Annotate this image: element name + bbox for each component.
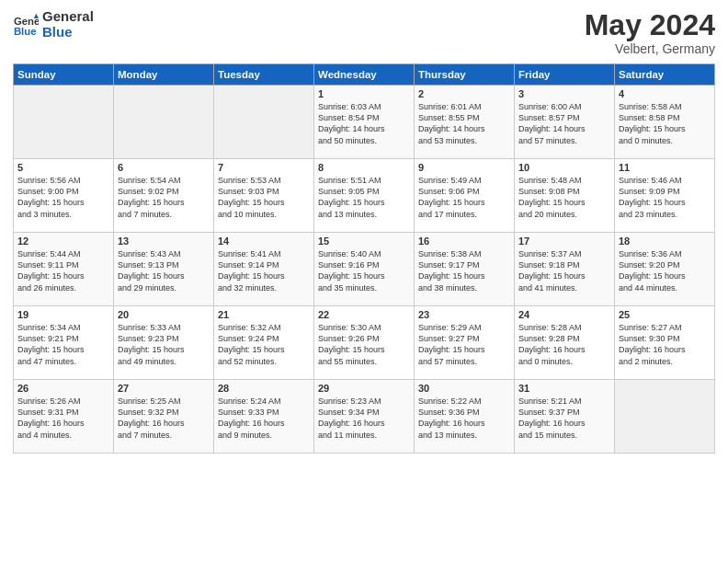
calendar-table: SundayMondayTuesdayWednesdayThursdayFrid… bbox=[13, 63, 715, 454]
calendar-cell: 15Sunrise: 5:40 AMSunset: 9:16 PMDayligh… bbox=[314, 233, 415, 306]
day-number: 21 bbox=[218, 309, 310, 320]
calendar-cell bbox=[214, 86, 314, 159]
day-number: 29 bbox=[318, 383, 410, 394]
day-info: Sunrise: 5:22 AMSunset: 9:36 PMDaylight:… bbox=[418, 396, 510, 441]
title-block: May 2024 Velbert, Germany bbox=[585, 9, 715, 56]
day-info: Sunrise: 5:51 AMSunset: 9:05 PMDaylight:… bbox=[318, 175, 410, 220]
day-number: 8 bbox=[318, 162, 410, 173]
location: Velbert, Germany bbox=[585, 41, 715, 56]
calendar-cell: 10Sunrise: 5:48 AMSunset: 9:08 PMDayligh… bbox=[515, 159, 615, 233]
calendar-cell: 25Sunrise: 5:27 AMSunset: 9:30 PMDayligh… bbox=[615, 306, 715, 380]
calendar-week-4: 19Sunrise: 5:34 AMSunset: 9:21 PMDayligh… bbox=[14, 306, 715, 380]
day-info: Sunrise: 5:49 AMSunset: 9:06 PMDaylight:… bbox=[418, 175, 510, 220]
day-info: Sunrise: 5:58 AMSunset: 8:58 PMDaylight:… bbox=[619, 101, 711, 146]
calendar-cell: 31Sunrise: 5:21 AMSunset: 9:37 PMDayligh… bbox=[515, 380, 615, 454]
day-number: 5 bbox=[17, 162, 109, 173]
calendar-cell: 3Sunrise: 6:00 AMSunset: 8:57 PMDaylight… bbox=[515, 86, 615, 159]
day-info: Sunrise: 5:38 AMSunset: 9:17 PMDaylight:… bbox=[418, 248, 510, 293]
calendar-cell: 4Sunrise: 5:58 AMSunset: 8:58 PMDaylight… bbox=[615, 86, 715, 159]
header: General Blue General Blue May 2024 Velbe… bbox=[13, 9, 715, 56]
day-info: Sunrise: 5:21 AMSunset: 9:37 PMDaylight:… bbox=[518, 396, 610, 441]
calendar-week-5: 26Sunrise: 5:26 AMSunset: 9:31 PMDayligh… bbox=[14, 380, 715, 454]
calendar-cell: 8Sunrise: 5:51 AMSunset: 9:05 PMDaylight… bbox=[314, 159, 415, 233]
day-info: Sunrise: 5:28 AMSunset: 9:28 PMDaylight:… bbox=[518, 322, 610, 367]
day-number: 10 bbox=[518, 162, 610, 173]
calendar-cell: 19Sunrise: 5:34 AMSunset: 9:21 PMDayligh… bbox=[14, 306, 114, 380]
day-info: Sunrise: 5:43 AMSunset: 9:13 PMDaylight:… bbox=[118, 248, 210, 293]
calendar-cell: 5Sunrise: 5:56 AMSunset: 9:00 PMDaylight… bbox=[14, 159, 114, 233]
day-number: 11 bbox=[619, 162, 711, 173]
day-number: 24 bbox=[518, 309, 610, 320]
calendar-week-1: 1Sunrise: 6:03 AMSunset: 8:54 PMDaylight… bbox=[14, 86, 715, 159]
day-info: Sunrise: 5:26 AMSunset: 9:31 PMDaylight:… bbox=[17, 396, 109, 441]
calendar-week-2: 5Sunrise: 5:56 AMSunset: 9:00 PMDaylight… bbox=[14, 159, 715, 233]
calendar-cell: 26Sunrise: 5:26 AMSunset: 9:31 PMDayligh… bbox=[14, 380, 114, 454]
day-info: Sunrise: 5:25 AMSunset: 9:32 PMDaylight:… bbox=[118, 396, 210, 441]
day-info: Sunrise: 6:00 AMSunset: 8:57 PMDaylight:… bbox=[518, 101, 610, 146]
logo-general: General bbox=[42, 9, 94, 25]
calendar-cell bbox=[114, 86, 214, 159]
day-number: 4 bbox=[619, 88, 711, 99]
day-info: Sunrise: 5:23 AMSunset: 9:34 PMDaylight:… bbox=[318, 396, 410, 441]
calendar-cell: 13Sunrise: 5:43 AMSunset: 9:13 PMDayligh… bbox=[114, 233, 214, 306]
day-number: 28 bbox=[218, 383, 310, 394]
calendar-cell: 17Sunrise: 5:37 AMSunset: 9:18 PMDayligh… bbox=[515, 233, 615, 306]
header-row: SundayMondayTuesdayWednesdayThursdayFrid… bbox=[14, 64, 715, 86]
day-number: 14 bbox=[218, 236, 310, 247]
calendar-cell: 11Sunrise: 5:46 AMSunset: 9:09 PMDayligh… bbox=[615, 159, 715, 233]
day-header-monday: Monday bbox=[114, 64, 214, 86]
calendar-cell: 12Sunrise: 5:44 AMSunset: 9:11 PMDayligh… bbox=[14, 233, 114, 306]
calendar-cell: 29Sunrise: 5:23 AMSunset: 9:34 PMDayligh… bbox=[314, 380, 415, 454]
calendar-cell: 18Sunrise: 5:36 AMSunset: 9:20 PMDayligh… bbox=[615, 233, 715, 306]
day-info: Sunrise: 6:01 AMSunset: 8:55 PMDaylight:… bbox=[418, 101, 510, 146]
page-container: General Blue General Blue May 2024 Velbe… bbox=[0, 0, 728, 463]
day-info: Sunrise: 5:32 AMSunset: 9:24 PMDaylight:… bbox=[218, 322, 310, 367]
day-info: Sunrise: 5:27 AMSunset: 9:30 PMDaylight:… bbox=[619, 322, 711, 367]
day-info: Sunrise: 5:48 AMSunset: 9:08 PMDaylight:… bbox=[518, 175, 610, 220]
day-info: Sunrise: 5:46 AMSunset: 9:09 PMDaylight:… bbox=[619, 175, 711, 220]
logo-icon: General Blue bbox=[13, 12, 39, 38]
day-info: Sunrise: 5:29 AMSunset: 9:27 PMDaylight:… bbox=[418, 322, 510, 367]
day-number: 15 bbox=[318, 236, 410, 247]
day-info: Sunrise: 5:33 AMSunset: 9:23 PMDaylight:… bbox=[118, 322, 210, 367]
month-title: May 2024 bbox=[585, 9, 715, 41]
calendar-cell: 16Sunrise: 5:38 AMSunset: 9:17 PMDayligh… bbox=[415, 233, 515, 306]
day-info: Sunrise: 5:44 AMSunset: 9:11 PMDaylight:… bbox=[17, 248, 109, 293]
logo: General Blue General Blue bbox=[13, 9, 94, 40]
day-info: Sunrise: 5:36 AMSunset: 9:20 PMDaylight:… bbox=[619, 248, 711, 293]
day-info: Sunrise: 5:24 AMSunset: 9:33 PMDaylight:… bbox=[218, 396, 310, 441]
day-header-thursday: Thursday bbox=[415, 64, 515, 86]
day-info: Sunrise: 5:54 AMSunset: 9:02 PMDaylight:… bbox=[118, 175, 210, 220]
day-header-saturday: Saturday bbox=[615, 64, 715, 86]
day-number: 20 bbox=[118, 309, 210, 320]
day-info: Sunrise: 6:03 AMSunset: 8:54 PMDaylight:… bbox=[318, 101, 410, 146]
day-header-wednesday: Wednesday bbox=[314, 64, 415, 86]
day-number: 27 bbox=[118, 383, 210, 394]
day-number: 18 bbox=[619, 236, 711, 247]
calendar-cell bbox=[615, 380, 715, 454]
calendar-cell: 20Sunrise: 5:33 AMSunset: 9:23 PMDayligh… bbox=[114, 306, 214, 380]
day-number: 1 bbox=[318, 88, 410, 99]
day-header-sunday: Sunday bbox=[14, 64, 114, 86]
day-header-friday: Friday bbox=[515, 64, 615, 86]
day-number: 22 bbox=[318, 309, 410, 320]
calendar-cell bbox=[14, 86, 114, 159]
day-number: 26 bbox=[17, 383, 109, 394]
day-number: 25 bbox=[619, 309, 711, 320]
day-number: 17 bbox=[518, 236, 610, 247]
logo-blue: Blue bbox=[42, 25, 94, 40]
day-info: Sunrise: 5:34 AMSunset: 9:21 PMDaylight:… bbox=[17, 322, 109, 367]
calendar-cell: 28Sunrise: 5:24 AMSunset: 9:33 PMDayligh… bbox=[214, 380, 314, 454]
svg-text:Blue: Blue bbox=[14, 25, 37, 36]
day-number: 12 bbox=[17, 236, 109, 247]
day-number: 6 bbox=[118, 162, 210, 173]
calendar-cell: 6Sunrise: 5:54 AMSunset: 9:02 PMDaylight… bbox=[114, 159, 214, 233]
calendar-cell: 27Sunrise: 5:25 AMSunset: 9:32 PMDayligh… bbox=[114, 380, 214, 454]
calendar-cell: 14Sunrise: 5:41 AMSunset: 9:14 PMDayligh… bbox=[214, 233, 314, 306]
calendar-cell: 7Sunrise: 5:53 AMSunset: 9:03 PMDaylight… bbox=[214, 159, 314, 233]
calendar-week-3: 12Sunrise: 5:44 AMSunset: 9:11 PMDayligh… bbox=[14, 233, 715, 306]
calendar-cell: 21Sunrise: 5:32 AMSunset: 9:24 PMDayligh… bbox=[214, 306, 314, 380]
day-info: Sunrise: 5:56 AMSunset: 9:00 PMDaylight:… bbox=[17, 175, 109, 220]
day-number: 9 bbox=[418, 162, 510, 173]
day-number: 23 bbox=[418, 309, 510, 320]
